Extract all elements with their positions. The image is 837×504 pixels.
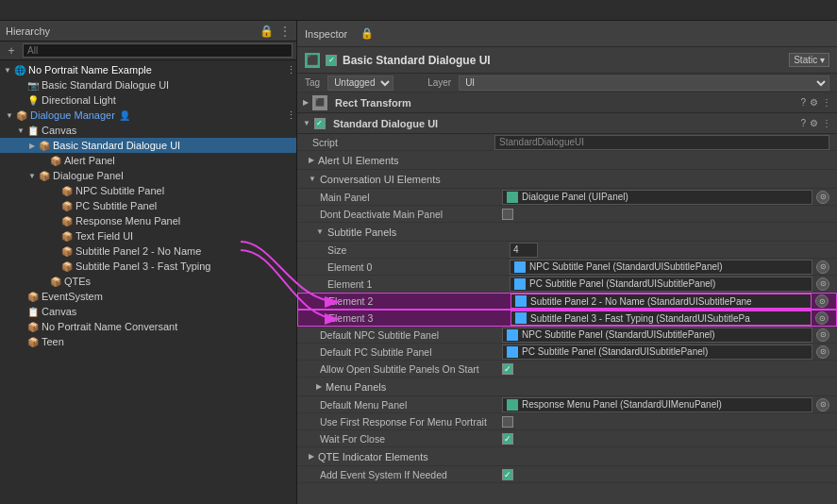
e0-icon (514, 261, 526, 273)
sp-arrow-icon: ▼ (316, 227, 324, 236)
tree-item-dialogue-panel[interactable]: ▼ 📦 Dialogue Panel (0, 168, 296, 183)
root-label: No Portrait Name Example (28, 64, 152, 76)
default-pc-field[interactable]: PC Subtitle Panel (StandardUISubtitlePan… (502, 344, 812, 360)
tree-item-main-camera[interactable]: 📷 Basic Standard Dialogue UI (0, 77, 296, 92)
bsdu-icon: 📦 (38, 139, 51, 152)
default-menu-field[interactable]: Response Menu Panel (StandardUIMenuPanel… (502, 397, 812, 412)
inspector-panel: Inspector 🔒 ⬛ Basic Standard Dialogue UI… (297, 21, 837, 504)
dots-icon[interactable]: ⋮ (286, 64, 296, 76)
standard-dialogue-ui-header[interactable]: ▼ Standard Dialogue UI ? ⚙ ⋮ (297, 113, 837, 134)
rt-settings-icon[interactable]: ⚙ (810, 97, 818, 108)
rect-transform-header[interactable]: ▶ ⬛ Rect Transform ? ⚙ ⋮ (297, 92, 837, 113)
tree-item-dialogue-manager[interactable]: ▼ 📦 Dialogue Manager 👤 ⋮ (0, 108, 296, 123)
tree-item-alert-panel[interactable]: 📦 Alert Panel (0, 153, 296, 168)
element2-select-btn[interactable]: ⊙ (815, 294, 829, 308)
sdu-arrow-icon: ▼ (303, 119, 310, 127)
tree-item-pc-subtitle[interactable]: 📦 PC Subtitle Panel (0, 198, 296, 213)
default-menu-select-btn[interactable]: ⊙ (816, 398, 829, 412)
element2-value: Subtitle Panel 2 - No Name (StandardUISu… (511, 294, 829, 309)
tree-item-response-menu[interactable]: 📦 Response Menu Panel (0, 213, 296, 228)
e3-icon (515, 312, 527, 324)
add-event-system-checkbox[interactable] (502, 469, 513, 480)
hierarchy-add-btn[interactable]: + (4, 43, 19, 59)
element1-select-btn[interactable]: ⊙ (816, 277, 829, 291)
hierarchy-dots-icon[interactable]: ⋮ (279, 25, 291, 38)
element2-field[interactable]: Subtitle Panel 2 - No Name (StandardUISu… (511, 294, 812, 309)
tree-item-teen[interactable]: 📦 Teen (0, 334, 296, 349)
element1-field[interactable]: PC Subtitle Panel (StandardUISubtitlePan… (510, 277, 812, 292)
default-npc-field[interactable]: NPC Subtitle Panel (StandardUISubtitlePa… (502, 328, 812, 343)
default-menu-value: Response Menu Panel (StandardUIMenuPanel… (502, 397, 829, 412)
add-event-system-row: Add Event System If Needed (297, 466, 837, 483)
size-input[interactable] (510, 243, 538, 258)
element1-row: Element 1 PC Subtitle Panel (StandardUIS… (297, 276, 837, 293)
alert-ui-header[interactable]: ▶ Alert UI Elements (297, 151, 837, 170)
tree-item-npc-subtitle[interactable]: 📦 NPC Subtitle Panel (0, 183, 296, 198)
dpc-icon (507, 346, 518, 358)
size-row: Size (297, 242, 837, 259)
layer-select[interactable]: UI (459, 76, 829, 91)
conversation-ui-header[interactable]: ▼ Conversation UI Elements (297, 170, 837, 189)
element0-select-btn[interactable]: ⊙ (816, 260, 829, 274)
dm-icon2: 👤 (119, 110, 130, 121)
sdu-checkbox[interactable] (314, 118, 326, 129)
use-first-response-checkbox[interactable] (502, 416, 513, 428)
use-first-response-value (502, 416, 829, 428)
script-field[interactable]: StandardDialogueUI (494, 135, 829, 150)
rt-icon: ⬛ (312, 95, 327, 110)
lock-icon[interactable]: 🔒 (360, 27, 374, 40)
tree-item-basic-standard-dialogue-ui[interactable]: ▶ 📦 Basic Standard Dialogue UI (0, 138, 296, 153)
tree-item-no-portrait[interactable]: 📦 No Portrait Name Conversant (0, 319, 296, 334)
mp-arrow-icon: ▶ (316, 382, 322, 391)
allow-open-checkbox[interactable] (502, 363, 513, 375)
main-panel-value: Dialogue Panel (UIPanel) ⊙ (502, 190, 829, 205)
rt-help-icon[interactable]: ? (800, 97, 806, 108)
wait-for-close-label: Wait For Close (320, 433, 494, 445)
main-panel-select-btn[interactable]: ⊙ (816, 191, 829, 204)
dont-deactivate-checkbox[interactable] (502, 209, 513, 220)
subtitle-panel-2-label: Subtitle Panel 2 - No Name (75, 245, 201, 257)
sdu-dots-icon[interactable]: ⋮ (822, 118, 831, 128)
tree-item-directional-light[interactable]: 💡 Directional Light (0, 92, 296, 108)
teen-label: Teen (42, 336, 64, 347)
dm-dots[interactable]: ⋮ (286, 109, 296, 122)
tree-item-root[interactable]: ▼ 🌐 No Portrait Name Example ⋮ (0, 62, 296, 77)
tree-item-qtes[interactable]: 📦 QTEs (0, 274, 296, 289)
subtitle-panels-header[interactable]: ▼ Subtitle Panels (297, 223, 837, 242)
wait-for-close-checkbox[interactable] (502, 433, 513, 445)
hierarchy-lock-icon[interactable]: 🔒 (259, 25, 274, 38)
qte-indicator-header[interactable]: ▶ QTE Indicator Elements (297, 447, 837, 466)
default-pc-select-btn[interactable]: ⊙ (816, 345, 829, 359)
sdu-help-icon[interactable]: ? (800, 118, 806, 128)
allow-open-value (502, 363, 829, 375)
element1-text: PC Subtitle Panel (StandardUISubtitlePan… (529, 278, 715, 289)
element0-field[interactable]: NPC Subtitle Panel (StandardUISubtitlePa… (510, 260, 812, 275)
tf-icon: 📦 (60, 229, 74, 243)
tree-item-subtitle-panel-2[interactable]: 📦 Subtitle Panel 2 - No Name (0, 244, 296, 259)
canvas-icon: 📋 (26, 124, 40, 137)
main-panel-field[interactable]: Dialogue Panel (UIPanel) (502, 190, 812, 205)
e1-icon (514, 278, 526, 290)
sdu-settings-icon[interactable]: ⚙ (810, 118, 818, 128)
qte-arrow-icon: ▶ (309, 452, 314, 461)
root-icon: 🌐 (13, 63, 26, 76)
tree-item-canvas2[interactable]: 📋 Canvas (0, 304, 296, 319)
default-npc-select-btn[interactable]: ⊙ (816, 328, 829, 342)
element3-select-btn[interactable]: ⊙ (815, 311, 829, 325)
static-badge[interactable]: Static ▾ (789, 53, 829, 67)
npc-subtitle-label: NPC Subtitle Panel (75, 185, 164, 196)
rt-dots-icon[interactable]: ⋮ (822, 97, 831, 108)
tag-select[interactable]: Untagged (327, 76, 393, 91)
component-active-checkbox[interactable] (326, 55, 337, 66)
tree-item-event-system[interactable]: 📦 EventSystem (0, 289, 296, 304)
hierarchy-tab-label[interactable]: Hierarchy (6, 25, 50, 37)
element2-text: Subtitle Panel 2 - No Name (StandardUISu… (530, 296, 752, 307)
menu-panels-header[interactable]: ▶ Menu Panels (297, 378, 837, 396)
element3-field[interactable]: Subtitle Panel 3 - Fast Typing (Standard… (511, 311, 812, 326)
tree-item-text-field[interactable]: 📦 Text Field UI (0, 228, 296, 244)
tree-item-canvas[interactable]: ▼ 📋 Canvas (0, 123, 296, 138)
spacer (15, 79, 26, 91)
tree-item-subtitle-panel-3[interactable]: 📦 Subtitle Panel 3 - Fast Typing (0, 259, 296, 274)
canvas-arrow: ▼ (15, 125, 26, 136)
hierarchy-search-input[interactable] (23, 43, 293, 58)
